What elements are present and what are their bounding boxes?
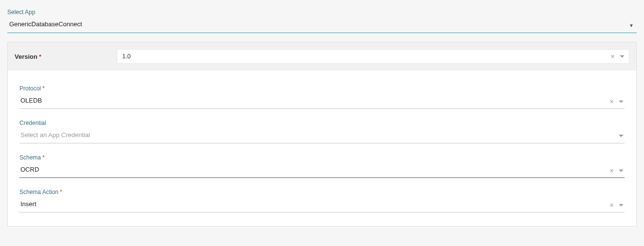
- chevron-down-icon[interactable]: [619, 135, 624, 138]
- credential-field: Credential Select an App Credential: [19, 120, 625, 143]
- credential-controls: [619, 135, 624, 138]
- panel-body: Protocol* OLEDB ✕ Credential Select an A…: [8, 70, 636, 226]
- credential-select[interactable]: Select an App Credential: [19, 129, 625, 143]
- required-asterisk: *: [60, 189, 62, 195]
- protocol-select[interactable]: OLEDB ✕: [19, 95, 625, 109]
- chevron-down-icon[interactable]: [619, 100, 624, 103]
- required-asterisk: *: [42, 154, 45, 161]
- schema-controls: ✕: [609, 168, 624, 174]
- required-asterisk: *: [39, 53, 41, 60]
- chevron-down-icon[interactable]: [619, 204, 624, 207]
- schema-value: OCRD: [20, 166, 39, 173]
- chevron-down-icon[interactable]: [620, 55, 625, 58]
- select-app-field: Select App GenericDatabaseConnect ▼: [7, 9, 637, 33]
- schema-action-controls: ✕: [609, 203, 624, 208]
- version-label: Version*: [15, 53, 117, 60]
- select-app-label: Select App: [7, 9, 637, 16]
- clear-icon[interactable]: ✕: [610, 54, 615, 59]
- clear-icon[interactable]: ✕: [609, 203, 614, 208]
- protocol-field: Protocol* OLEDB ✕: [19, 85, 625, 109]
- config-panel: Version* ✕ Protocol* OLEDB ✕: [7, 42, 637, 227]
- schema-action-value: Insert: [20, 200, 37, 208]
- chevron-down-icon[interactable]: [619, 169, 624, 172]
- schema-action-label: Schema Action*: [19, 189, 625, 195]
- version-select[interactable]: [117, 49, 629, 64]
- version-row: Version* ✕: [8, 42, 636, 70]
- credential-label: Credential: [19, 120, 625, 126]
- credential-placeholder: Select an App Credential: [20, 131, 90, 139]
- clear-icon[interactable]: ✕: [609, 168, 614, 174]
- select-app-dropdown[interactable]: GenericDatabaseConnect: [7, 18, 637, 33]
- select-app-value: GenericDatabaseConnect: [9, 20, 82, 28]
- protocol-label: Protocol*: [19, 85, 625, 92]
- clear-icon[interactable]: ✕: [609, 99, 614, 105]
- schema-select[interactable]: OCRD ✕: [19, 164, 625, 178]
- schema-field: Schema* OCRD ✕: [19, 154, 625, 178]
- version-controls: ✕: [610, 54, 625, 59]
- required-asterisk: *: [42, 85, 45, 92]
- schema-action-field: Schema Action* Insert ✕: [19, 189, 625, 212]
- schema-action-select[interactable]: Insert ✕: [19, 198, 625, 212]
- schema-label: Schema*: [19, 154, 625, 161]
- protocol-controls: ✕: [609, 99, 624, 105]
- protocol-value: OLEDB: [20, 97, 42, 104]
